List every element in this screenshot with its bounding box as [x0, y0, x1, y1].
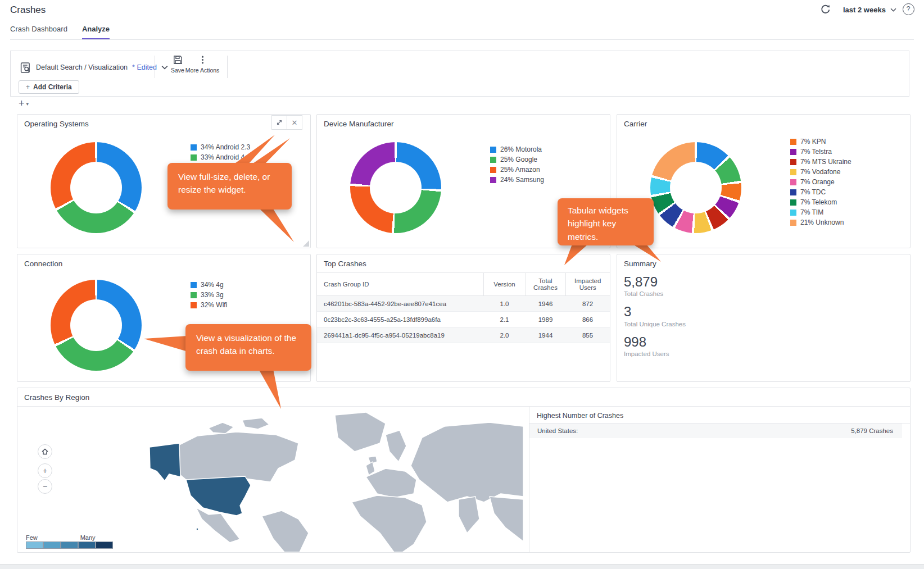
refresh-button[interactable]	[819, 3, 832, 16]
region-crash-row[interactable]: United States:5,879 Crashes	[529, 424, 902, 438]
table-cell: 855	[565, 327, 610, 343]
time-range-selector[interactable]: last 2 weeks	[843, 6, 896, 14]
tab-analyze[interactable]: Analyze	[82, 25, 110, 40]
country-united-states-alaska	[150, 443, 180, 481]
country-united-states	[186, 476, 251, 516]
chevron-down-icon	[890, 8, 896, 12]
legend-item: 33% Android 4.2	[191, 154, 250, 161]
legend-label: 34% 4g	[201, 281, 224, 289]
legend-item: 7% MTS Ukraine	[790, 158, 851, 165]
country-india	[459, 497, 479, 533]
legend-swatch	[790, 179, 796, 185]
legend-swatch	[490, 177, 496, 183]
map-home-button[interactable]	[38, 444, 52, 459]
legend-swatch	[790, 210, 796, 216]
horizontal-scrollbar[interactable]	[0, 564, 924, 569]
expand-icon	[276, 119, 283, 126]
summary-metric: 5,879Total Crashes	[624, 275, 686, 297]
connection-donut-chart[interactable]	[51, 280, 142, 371]
widget-top-crashes: Top Crashes Crash Group ID Version Total…	[316, 254, 610, 382]
table-cell: 866	[565, 312, 610, 327]
legend-swatch	[790, 169, 796, 175]
device-manufacturer-donut-chart[interactable]	[350, 142, 441, 233]
caret-down-icon: ▾	[26, 101, 29, 107]
legend-label: 24% Samsung	[500, 176, 544, 184]
summary-metric: 3Total Unique Crashes	[624, 304, 686, 327]
connection-legend: 34% 4g33% 3g32% Wifi	[191, 281, 227, 308]
widget-title: Connection	[24, 260, 62, 268]
region-southeast-asia	[490, 497, 523, 541]
tab-bar: Crash Dashboard Analyze	[10, 25, 110, 40]
map-legend-swatch	[26, 541, 43, 549]
add-widget-button[interactable]: + ▾	[19, 98, 29, 110]
legend-item: 7% Telstra	[790, 148, 851, 155]
region-crash-count: 5,879 Crashes	[851, 427, 893, 434]
carrier-donut-chart[interactable]	[650, 142, 741, 233]
table-cell: 1944	[526, 327, 565, 343]
help-button[interactable]: ?	[902, 2, 915, 16]
region-asia	[411, 422, 523, 502]
plus-icon: +	[19, 98, 25, 110]
legend-label: 7% Telstra	[800, 148, 832, 156]
search-toolbar: Default Search / Visualization * Edited …	[10, 51, 909, 97]
legend-swatch	[490, 147, 496, 153]
operating-systems-donut-chart[interactable]	[51, 142, 142, 233]
map-zoom-out-button[interactable]: −	[38, 479, 52, 494]
add-criteria-button[interactable]: + Add Criteria	[19, 80, 79, 94]
map-legend-swatch	[78, 541, 96, 549]
expand-widget-button[interactable]	[271, 115, 287, 130]
map-legend-swatch	[96, 541, 113, 549]
world-map[interactable]: + − Few Crashes Many Crashes	[17, 407, 529, 552]
widget-title: Top Crashes	[324, 260, 366, 268]
metric-label: Total Crashes	[624, 290, 686, 297]
legend-swatch	[191, 302, 197, 308]
legend-label: 33% 3g	[201, 291, 224, 299]
map-legend-swatch	[43, 541, 61, 549]
legend-swatch	[790, 199, 796, 206]
legend-item: 7% TIM	[790, 209, 851, 216]
legend-swatch	[790, 149, 796, 155]
search-visualization-selector[interactable]: Default Search / Visualization * Edited	[20, 58, 168, 77]
column-header-total-crashes[interactable]: Total Crashes	[526, 273, 565, 296]
table-row[interactable]: c46201bc-583a-4452-92be-aee807e41cea1.01…	[317, 296, 610, 312]
carrier-legend: 7% KPN7% Telstra7% MTS Ukraine7% Vodafon…	[790, 138, 851, 226]
legend-swatch	[191, 144, 197, 151]
tab-crash-dashboard[interactable]: Crash Dashboard	[10, 25, 67, 40]
legend-label: 7% KPN	[800, 138, 826, 145]
legend-item: 34% 4g	[191, 281, 227, 288]
legend-label: 7% TIM	[800, 208, 823, 216]
table-row[interactable]: 269441a1-dc95-4f5c-a954-05219abc8a192.01…	[317, 327, 610, 343]
table-row[interactable]: 0c23bc2c-3c63-4555-a25a-13fdf899a6fa2.11…	[317, 312, 610, 327]
more-actions-button[interactable]: More Actions	[183, 55, 222, 74]
close-widget-button[interactable]: ✕	[287, 115, 302, 130]
legend-item: 21% Unknown	[790, 219, 851, 226]
country-canada	[169, 432, 298, 484]
world-map-svg	[130, 412, 523, 552]
page-title: Crashes	[10, 4, 46, 16]
legend-item: 25% Amazon	[490, 166, 544, 173]
widget-title: Carrier	[624, 120, 647, 128]
resize-handle[interactable]	[303, 240, 309, 247]
legend-item: 25% Google	[490, 156, 544, 163]
search-name-label: Default Search / Visualization	[36, 63, 128, 71]
legend-item: 7% KPN	[790, 138, 851, 145]
home-icon	[42, 448, 48, 455]
table-cell: 2.0	[483, 327, 526, 343]
legend-swatch	[490, 157, 496, 163]
search-document-icon	[20, 62, 31, 74]
table-cell: 1946	[526, 296, 565, 312]
legend-item: 7% TDC	[790, 189, 851, 195]
callout-tabular-widgets: Tabular widgets highlight key metrics.	[558, 198, 654, 245]
legend-item: 24% Samsung	[490, 176, 544, 183]
map-zoom-in-button[interactable]: +	[38, 463, 52, 478]
column-header-crash-group-id[interactable]: Crash Group ID	[317, 273, 483, 296]
widget-title: Crashes By Region	[24, 393, 89, 402]
legend-label: 25% Amazon	[500, 166, 540, 174]
toolbar-divider	[155, 56, 155, 78]
widget-summary: Summary 5,879Total Crashes3Total Unique …	[617, 254, 911, 382]
column-header-impacted-users[interactable]: Impacted Users	[565, 273, 610, 296]
callout-widget-actions: View full-size, delete, or resize the wi…	[167, 163, 292, 210]
column-header-version[interactable]: Version	[483, 273, 526, 296]
legend-item: 7% Orange	[790, 179, 851, 185]
legend-item: 26% Motorola	[490, 146, 544, 153]
